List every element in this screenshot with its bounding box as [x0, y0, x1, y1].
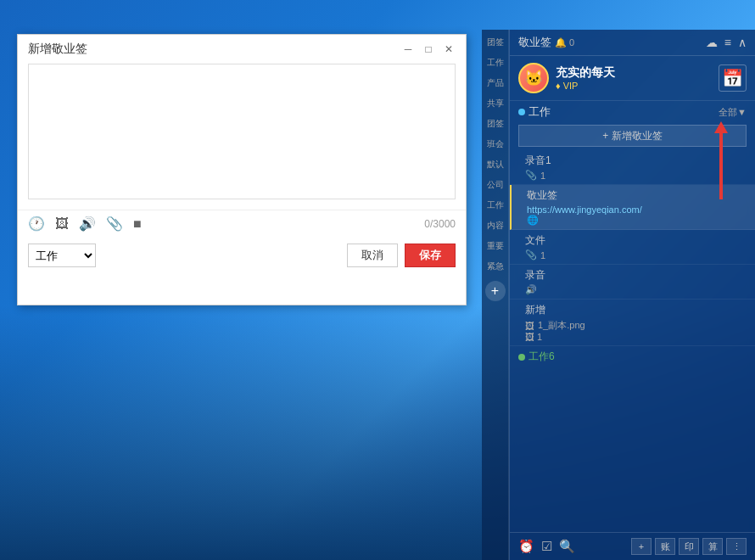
sidebar-item-class[interactable]: 班会	[484, 135, 507, 154]
sidebar-item-team-sign-2[interactable]: 团签	[484, 115, 507, 133]
sidebar-label-9: 工作	[487, 199, 504, 211]
list-item-jingyeqian[interactable]: 敬业签 https://www.jingyeqian.com/ 🌐	[510, 185, 755, 230]
work-title: 工作	[528, 104, 715, 120]
item-browser-jingyeqian: 🌐	[527, 215, 747, 226]
action-add-btn[interactable]: +	[631, 538, 652, 555]
save-button[interactable]: 保存	[405, 244, 456, 267]
add-tag-button[interactable]: + 新增敬业签	[518, 125, 747, 147]
sidebar-item-urgent[interactable]: 紧急	[484, 257, 507, 276]
item-title-audio: 录音	[525, 268, 747, 283]
work6-item[interactable]: 工作6	[510, 346, 755, 367]
list-item-new[interactable]: 新增 🖼 1_副本.png 🖼 1	[510, 300, 755, 346]
sidebar-label-1: 团签	[487, 36, 504, 48]
attach-icon-1: 📎	[525, 170, 537, 181]
sidebar-item-work-2[interactable]: 工作	[484, 196, 507, 215]
menu-icon[interactable]: ≡	[724, 36, 731, 49]
sidebar-item-product[interactable]: 产品	[484, 74, 507, 92]
item-url-jingyeqian: https://www.jingyeqian.com/	[527, 204, 747, 215]
dialog-titlebar: 新增敬业签 ─ □ ✕	[18, 35, 466, 64]
panel-header: 敬业签 🔔 0 ☁ ≡ ∧	[510, 30, 755, 56]
item-title-new: 新增	[525, 303, 747, 317]
sidebar-label-12: 紧急	[487, 260, 504, 272]
sidebar-item-content[interactable]: 内容	[484, 216, 507, 235]
clock-bottom-icon[interactable]: ⏰	[518, 539, 534, 554]
sidebar-item-shared[interactable]: 共享	[484, 94, 507, 113]
dialog-window: 新增敬业签 ─ □ ✕ 🕐 🖼 🔊 📎 ■ 0/3000 工作 生活 学习 取消…	[17, 34, 467, 305]
item-sub-audio: 🔊	[525, 284, 747, 295]
minimize-button[interactable]: ─	[401, 42, 415, 56]
list-item-recording1[interactable]: 录音1 📎 1	[510, 150, 755, 185]
category-select[interactable]: 工作 生活 学习	[28, 244, 96, 267]
sidebar-label-10: 内容	[487, 220, 504, 232]
work6-title: 工作6	[528, 350, 555, 364]
sidebar-item-work-1[interactable]: 工作	[484, 53, 507, 72]
action-calc-btn[interactable]: 算	[702, 538, 723, 555]
attach-icon-file: 📎	[525, 249, 537, 260]
sidebar-label-4: 共享	[487, 98, 504, 109]
note-textarea[interactable]	[28, 64, 456, 199]
sidebar-label-5: 团签	[487, 118, 504, 130]
dialog-title: 新增敬业签	[28, 42, 87, 57]
sidebar-item-important[interactable]: 重要	[484, 237, 507, 255]
sidebar-label-3: 产品	[487, 77, 504, 89]
item-sub-file: 📎 1	[525, 249, 747, 260]
arrow-line	[719, 132, 723, 199]
work-section-header: 工作 全部▼	[510, 101, 755, 123]
sidebar-label-8: 公司	[487, 179, 504, 191]
clock-icon[interactable]: 🕐	[28, 216, 45, 232]
image-icon[interactable]: 🖼	[55, 216, 69, 232]
user-info: 充实的每天 ♦ VIP	[556, 65, 712, 91]
left-sidebar: 团签 工作 产品 共享 团签 班会 默认 公司 工作 内容 重要 紧急 +	[482, 30, 509, 560]
item-sub-recording1: 📎 1	[525, 170, 747, 181]
item-count-new: 🖼 1	[525, 332, 747, 342]
sidebar-label-11: 重要	[487, 240, 504, 252]
cloud-icon[interactable]: ☁	[706, 36, 718, 49]
item-title-jingyeqian: 敬业签	[527, 188, 747, 203]
panel-icons: ☁ ≡ ∧	[706, 36, 747, 49]
bottom-actions: + 账 印 算 ⋮	[631, 538, 747, 555]
action-print-btn[interactable]: 印	[679, 538, 699, 555]
search-bottom-icon[interactable]: 🔍	[559, 539, 575, 554]
avatar-emoji: 🐱	[524, 69, 543, 87]
vip-badge: ♦ VIP	[556, 81, 712, 91]
collapse-icon[interactable]: ∧	[738, 36, 747, 49]
sidebar-item-default[interactable]: 默认	[484, 155, 507, 174]
dialog-content	[18, 64, 466, 210]
sidebar-label-6: 班会	[487, 138, 504, 150]
item-sub-new: 🖼 1_副本.png	[525, 319, 747, 332]
check-bottom-icon[interactable]: ☑	[541, 539, 552, 554]
action-row: 工作 生活 学习 取消 保存	[18, 237, 466, 274]
avatar: 🐱	[518, 63, 549, 93]
action-account-btn[interactable]: 账	[655, 538, 675, 555]
item-title-file: 文件	[525, 233, 747, 248]
list-item-audio[interactable]: 录音 🔊	[510, 265, 755, 300]
filter-button[interactable]: 全部▼	[719, 106, 747, 119]
user-name: 充实的每天	[556, 65, 712, 81]
close-button[interactable]: ✕	[442, 42, 456, 56]
square-icon[interactable]: ■	[133, 216, 142, 232]
work6-dot	[518, 354, 525, 361]
sidebar-label-7: 默认	[487, 159, 504, 171]
maximize-button[interactable]: □	[422, 42, 435, 56]
cancel-button[interactable]: 取消	[347, 244, 398, 267]
sidebar-label-2: 工作	[487, 57, 504, 69]
panel-badge: 🔔 0	[555, 37, 574, 48]
sidebar-add-button[interactable]: +	[485, 281, 506, 301]
right-panel: 敬业签 🔔 0 ☁ ≡ ∧ 🐱 充实的每天 ♦ VIP 📅 工作 全部▼ + 新…	[509, 30, 755, 560]
list-item-file[interactable]: 文件 📎 1	[510, 230, 755, 265]
audio-icon[interactable]: 🔊	[79, 216, 96, 232]
user-section: 🐱 充实的每天 ♦ VIP 📅	[510, 56, 755, 101]
toolbar-row: 🕐 🖼 🔊 📎 ■ 0/3000	[18, 210, 466, 237]
panel-scroll: 录音1 📎 1 敬业签 https://www.jingyeqian.com/ …	[510, 150, 755, 532]
panel-title: 敬业签	[518, 35, 551, 50]
browser-icon: 🌐	[527, 215, 539, 226]
attach-icon[interactable]: 📎	[106, 216, 123, 232]
action-more-btn[interactable]: ⋮	[726, 538, 747, 555]
image-icon-list: 🖼	[525, 321, 534, 331]
char-count: 0/3000	[424, 218, 456, 230]
calendar-icon[interactable]: 📅	[719, 64, 747, 92]
audio-icon-list: 🔊	[525, 284, 537, 295]
item-title-recording1: 录音1	[525, 154, 747, 168]
sidebar-item-company[interactable]: 公司	[484, 176, 507, 194]
sidebar-item-team-sign-1[interactable]: 团签	[484, 33, 507, 52]
